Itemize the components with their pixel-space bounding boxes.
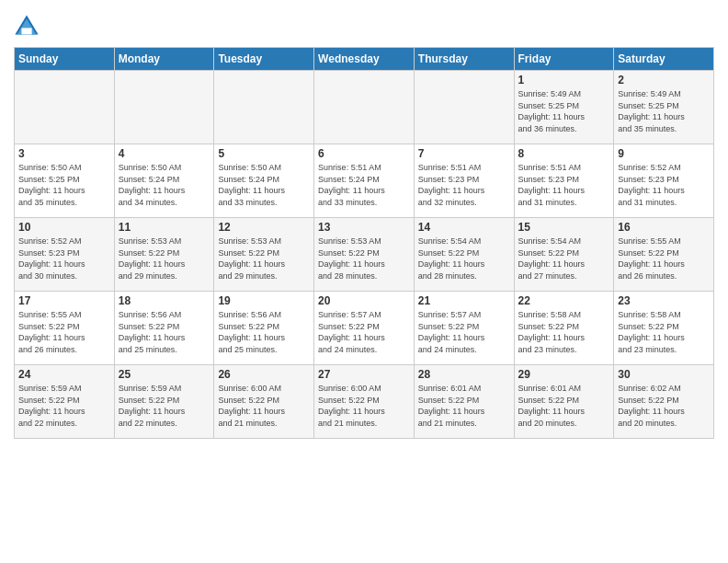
day-info: Sunrise: 6:00 AM Sunset: 5:22 PM Dayligh… — [218, 383, 310, 429]
day-number: 10 — [18, 221, 110, 234]
weekday-header-sunday: Sunday — [15, 48, 115, 71]
day-info: Sunrise: 5:51 AM Sunset: 5:24 PM Dayligh… — [318, 162, 410, 208]
day-number: 5 — [218, 147, 310, 160]
calendar-cell: 2Sunrise: 5:49 AM Sunset: 5:25 PM Daylig… — [614, 71, 714, 144]
day-info: Sunrise: 6:02 AM Sunset: 5:22 PM Dayligh… — [618, 383, 710, 429]
day-number: 27 — [318, 368, 410, 381]
day-number: 7 — [418, 147, 510, 160]
day-info: Sunrise: 5:53 AM Sunset: 5:22 PM Dayligh… — [218, 236, 310, 282]
calendar-cell — [414, 71, 514, 144]
calendar-cell: 30Sunrise: 6:02 AM Sunset: 5:22 PM Dayli… — [614, 365, 714, 439]
day-info: Sunrise: 5:52 AM Sunset: 5:23 PM Dayligh… — [18, 236, 110, 282]
day-info: Sunrise: 5:49 AM Sunset: 5:25 PM Dayligh… — [518, 88, 610, 134]
day-number: 15 — [518, 221, 610, 234]
calendar-cell: 18Sunrise: 5:56 AM Sunset: 5:22 PM Dayli… — [114, 292, 214, 365]
calendar-cell — [114, 71, 214, 144]
page: SundayMondayTuesdayWednesdayThursdayFrid… — [0, 0, 728, 563]
calendar-cell: 10Sunrise: 5:52 AM Sunset: 5:23 PM Dayli… — [15, 218, 115, 292]
day-number: 19 — [218, 294, 310, 307]
day-info: Sunrise: 5:59 AM Sunset: 5:22 PM Dayligh… — [119, 383, 210, 429]
day-number: 24 — [18, 368, 110, 381]
day-info: Sunrise: 5:56 AM Sunset: 5:22 PM Dayligh… — [119, 309, 210, 355]
day-info: Sunrise: 6:01 AM Sunset: 5:22 PM Dayligh… — [518, 383, 610, 429]
day-info: Sunrise: 5:53 AM Sunset: 5:22 PM Dayligh… — [318, 236, 410, 282]
calendar-cell: 26Sunrise: 6:00 AM Sunset: 5:22 PM Dayli… — [214, 365, 314, 439]
day-info: Sunrise: 5:57 AM Sunset: 5:22 PM Dayligh… — [318, 309, 410, 355]
day-number: 11 — [119, 221, 210, 234]
logo-icon — [14, 14, 40, 40]
day-info: Sunrise: 5:50 AM Sunset: 5:25 PM Dayligh… — [18, 162, 110, 208]
calendar-cell: 23Sunrise: 5:58 AM Sunset: 5:22 PM Dayli… — [614, 292, 714, 365]
calendar-cell: 15Sunrise: 5:54 AM Sunset: 5:22 PM Dayli… — [514, 218, 614, 292]
day-number: 4 — [119, 147, 210, 160]
day-info: Sunrise: 5:58 AM Sunset: 5:22 PM Dayligh… — [518, 309, 610, 355]
weekday-header-wednesday: Wednesday — [314, 48, 415, 71]
calendar-cell: 14Sunrise: 5:54 AM Sunset: 5:22 PM Dayli… — [414, 218, 514, 292]
calendar-cell: 1Sunrise: 5:49 AM Sunset: 5:25 PM Daylig… — [514, 71, 614, 144]
day-info: Sunrise: 5:56 AM Sunset: 5:22 PM Dayligh… — [218, 309, 310, 355]
day-info: Sunrise: 5:55 AM Sunset: 5:22 PM Dayligh… — [18, 309, 110, 355]
svg-rect-2 — [21, 28, 31, 34]
day-number: 12 — [218, 221, 310, 234]
calendar-cell: 24Sunrise: 5:59 AM Sunset: 5:22 PM Dayli… — [15, 365, 115, 439]
day-number: 3 — [18, 147, 110, 160]
day-number: 22 — [518, 294, 610, 307]
calendar-cell: 17Sunrise: 5:55 AM Sunset: 5:22 PM Dayli… — [15, 292, 115, 365]
day-info: Sunrise: 6:01 AM Sunset: 5:22 PM Dayligh… — [418, 383, 510, 429]
day-info: Sunrise: 5:50 AM Sunset: 5:24 PM Dayligh… — [119, 162, 210, 208]
calendar-cell: 4Sunrise: 5:50 AM Sunset: 5:24 PM Daylig… — [114, 144, 214, 218]
day-info: Sunrise: 5:59 AM Sunset: 5:22 PM Dayligh… — [18, 383, 110, 429]
day-number: 25 — [119, 368, 210, 381]
calendar-cell: 28Sunrise: 6:01 AM Sunset: 5:22 PM Dayli… — [414, 365, 514, 439]
calendar-cell: 9Sunrise: 5:52 AM Sunset: 5:23 PM Daylig… — [614, 144, 714, 218]
day-info: Sunrise: 5:58 AM Sunset: 5:22 PM Dayligh… — [618, 309, 710, 355]
calendar-cell: 5Sunrise: 5:50 AM Sunset: 5:24 PM Daylig… — [214, 144, 314, 218]
calendar-cell: 12Sunrise: 5:53 AM Sunset: 5:22 PM Dayli… — [214, 218, 314, 292]
day-info: Sunrise: 5:51 AM Sunset: 5:23 PM Dayligh… — [418, 162, 510, 208]
day-number: 13 — [318, 221, 410, 234]
day-info: Sunrise: 6:00 AM Sunset: 5:22 PM Dayligh… — [318, 383, 410, 429]
day-number: 29 — [518, 368, 610, 381]
day-number: 28 — [418, 368, 510, 381]
calendar-cell: 3Sunrise: 5:50 AM Sunset: 5:25 PM Daylig… — [15, 144, 115, 218]
calendar-cell: 11Sunrise: 5:53 AM Sunset: 5:22 PM Dayli… — [114, 218, 214, 292]
weekday-header-friday: Friday — [514, 48, 614, 71]
weekday-header-monday: Monday — [114, 48, 214, 71]
calendar-cell: 13Sunrise: 5:53 AM Sunset: 5:22 PM Dayli… — [314, 218, 415, 292]
calendar-cell: 8Sunrise: 5:51 AM Sunset: 5:23 PM Daylig… — [514, 144, 614, 218]
calendar-cell: 16Sunrise: 5:55 AM Sunset: 5:22 PM Dayli… — [614, 218, 714, 292]
weekday-header-thursday: Thursday — [414, 48, 514, 71]
week-row-1: 1Sunrise: 5:49 AM Sunset: 5:25 PM Daylig… — [15, 71, 714, 144]
day-info: Sunrise: 5:50 AM Sunset: 5:24 PM Dayligh… — [218, 162, 310, 208]
calendar-cell: 27Sunrise: 6:00 AM Sunset: 5:22 PM Dayli… — [314, 365, 415, 439]
day-number: 2 — [618, 74, 710, 86]
day-number: 9 — [618, 147, 710, 160]
calendar-cell — [214, 71, 314, 144]
weekday-header-saturday: Saturday — [614, 48, 714, 71]
day-info: Sunrise: 5:57 AM Sunset: 5:22 PM Dayligh… — [418, 309, 510, 355]
day-info: Sunrise: 5:55 AM Sunset: 5:22 PM Dayligh… — [618, 236, 710, 282]
day-number: 1 — [518, 74, 610, 86]
day-number: 20 — [318, 294, 410, 307]
day-info: Sunrise: 5:54 AM Sunset: 5:22 PM Dayligh… — [518, 236, 610, 282]
calendar-cell — [314, 71, 415, 144]
day-number: 30 — [618, 368, 710, 381]
calendar-cell: 19Sunrise: 5:56 AM Sunset: 5:22 PM Dayli… — [214, 292, 314, 365]
day-number: 26 — [218, 368, 310, 381]
day-info: Sunrise: 5:53 AM Sunset: 5:22 PM Dayligh… — [119, 236, 210, 282]
calendar-cell: 6Sunrise: 5:51 AM Sunset: 5:24 PM Daylig… — [314, 144, 415, 218]
weekday-header-row: SundayMondayTuesdayWednesdayThursdayFrid… — [15, 48, 714, 71]
calendar-cell: 29Sunrise: 6:01 AM Sunset: 5:22 PM Dayli… — [514, 365, 614, 439]
week-row-4: 17Sunrise: 5:55 AM Sunset: 5:22 PM Dayli… — [15, 292, 714, 365]
weekday-header-tuesday: Tuesday — [214, 48, 314, 71]
calendar-cell — [15, 71, 115, 144]
day-info: Sunrise: 5:51 AM Sunset: 5:23 PM Dayligh… — [518, 162, 610, 208]
day-info: Sunrise: 5:54 AM Sunset: 5:22 PM Dayligh… — [418, 236, 510, 282]
day-number: 18 — [119, 294, 210, 307]
day-number: 14 — [418, 221, 510, 234]
calendar-cell: 25Sunrise: 5:59 AM Sunset: 5:22 PM Dayli… — [114, 365, 214, 439]
day-info: Sunrise: 5:49 AM Sunset: 5:25 PM Dayligh… — [618, 88, 710, 134]
week-row-3: 10Sunrise: 5:52 AM Sunset: 5:23 PM Dayli… — [15, 218, 714, 292]
week-row-5: 24Sunrise: 5:59 AM Sunset: 5:22 PM Dayli… — [15, 365, 714, 439]
calendar-cell: 7Sunrise: 5:51 AM Sunset: 5:23 PM Daylig… — [414, 144, 514, 218]
